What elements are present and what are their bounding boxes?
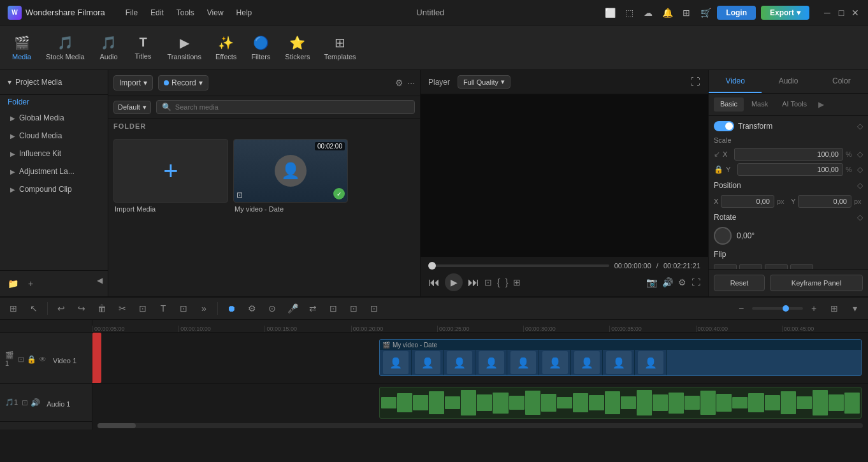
cloud-icon[interactable]: ☁ bbox=[642, 6, 655, 19]
tool-media[interactable]: 🎬 Media bbox=[5, 31, 38, 64]
progress-handle[interactable] bbox=[428, 262, 436, 270]
flip-v-button[interactable]: ⇕ bbox=[739, 264, 762, 269]
video-track[interactable]: 🎬 My video - Date 👤 👤 👤 👤 👤 👤 👤 👤 👤 bbox=[92, 333, 868, 384]
reset-button[interactable]: Reset bbox=[714, 275, 765, 291]
volume-button[interactable]: 🔊 bbox=[662, 277, 673, 287]
more-options-icon[interactable]: ··· bbox=[407, 78, 415, 88]
out-point-button[interactable]: } bbox=[505, 277, 509, 287]
tl-speed-button[interactable]: ⊡ bbox=[325, 300, 342, 317]
fullscreen-icon[interactable]: ⛶ bbox=[690, 76, 700, 88]
video-lock-icon[interactable]: 🔒 bbox=[27, 355, 36, 364]
video-media-item[interactable]: 👤 00:02:00 ✓ ⊡ My video - Date bbox=[233, 139, 348, 213]
folder-highlight[interactable]: Folder bbox=[0, 95, 108, 109]
tab-color[interactable]: Color bbox=[815, 70, 868, 93]
record-button[interactable]: Record ▾ bbox=[158, 75, 208, 90]
timeline-scroll-thumb[interactable] bbox=[98, 423, 136, 428]
tree-item-influence-kit[interactable]: ▶ Influence Kit bbox=[0, 145, 108, 162]
tool-transitions[interactable]: ▶ Transitions bbox=[161, 31, 208, 64]
tool-filters[interactable]: 🔵 Filters bbox=[244, 31, 277, 64]
zoom-in-button[interactable]: + bbox=[806, 300, 822, 317]
flip-extra1-button[interactable]: ↩ bbox=[765, 264, 788, 269]
transform-keyframe-icon[interactable]: ◇ bbox=[857, 122, 863, 131]
tool-effects[interactable]: ✨ Effects bbox=[209, 31, 243, 64]
search-input[interactable] bbox=[175, 103, 409, 111]
timeline-scrollbar[interactable] bbox=[98, 423, 863, 428]
tl-record-button[interactable]: ⏺ bbox=[223, 300, 240, 317]
audio-track[interactable] bbox=[92, 384, 868, 422]
tl-transition-button[interactable]: ⇄ bbox=[305, 300, 321, 317]
tab-video[interactable]: Video bbox=[709, 70, 762, 93]
tl-more-button[interactable]: » bbox=[196, 300, 212, 317]
skip-back-button[interactable]: ⏮ bbox=[428, 276, 440, 289]
loop-button[interactable]: ⊡ bbox=[484, 277, 492, 287]
apps-icon[interactable]: ⊞ bbox=[680, 6, 693, 19]
maximize-button[interactable]: □ bbox=[836, 8, 846, 18]
play-button[interactable]: ▶ bbox=[445, 273, 463, 291]
in-point-button[interactable]: { bbox=[497, 277, 500, 287]
tree-item-global-media[interactable]: ▶ Global Media bbox=[0, 109, 108, 127]
audio-clip-icon[interactable]: ⊡ bbox=[22, 398, 28, 407]
project-media-item[interactable]: ▾ Project Media bbox=[5, 75, 103, 89]
tl-voice-button[interactable]: 🎤 bbox=[284, 300, 301, 317]
scale-x-keyframe-icon[interactable]: ◇ bbox=[857, 150, 863, 159]
tl-text-button[interactable]: T bbox=[155, 300, 171, 317]
export-button[interactable]: Export ▾ bbox=[761, 6, 809, 20]
transform-toggle-switch[interactable] bbox=[714, 121, 734, 131]
pos-x-value[interactable]: 0,00 bbox=[721, 195, 774, 208]
sub-tabs-arrow[interactable]: ▶ bbox=[814, 97, 828, 112]
settings-button[interactable]: ⚙ bbox=[678, 277, 686, 287]
login-button[interactable]: Login bbox=[717, 6, 756, 20]
tl-grid-button[interactable]: ⊞ bbox=[826, 300, 843, 317]
sort-select[interactable]: Default ▾ bbox=[113, 101, 151, 114]
video-clip[interactable]: 🎬 My video - Date 👤 👤 👤 👤 👤 👤 👤 👤 👤 bbox=[379, 339, 862, 376]
tab-audio[interactable]: Audio bbox=[762, 70, 814, 93]
zoom-handle[interactable] bbox=[783, 305, 789, 312]
tl-delete-button[interactable]: 🗑 bbox=[94, 300, 110, 317]
tree-item-cloud-media[interactable]: ▶ Cloud Media bbox=[0, 127, 108, 145]
subtab-basic[interactable]: Basic bbox=[714, 97, 744, 112]
flip-extra2-button[interactable]: ↪ bbox=[790, 264, 813, 269]
subtab-ai-tools[interactable]: AI Tools bbox=[776, 97, 813, 112]
tl-select-button[interactable]: ↖ bbox=[25, 300, 42, 317]
menu-help[interactable]: Help bbox=[231, 6, 257, 20]
import-media-item[interactable]: + Import Media bbox=[113, 139, 228, 213]
tl-crop-button[interactable]: ⊡ bbox=[175, 300, 192, 317]
collapse-button[interactable]: ◀ bbox=[97, 276, 103, 291]
fullscreen-button[interactable]: ⛶ bbox=[691, 277, 700, 287]
tool-stock-media[interactable]: 🎵 Stock Media bbox=[40, 31, 91, 64]
menu-edit[interactable]: Edit bbox=[145, 6, 169, 20]
cart-icon[interactable]: 🛒 bbox=[699, 6, 712, 19]
add-folder-icon[interactable]: 📁 bbox=[5, 276, 20, 291]
import-thumb[interactable]: + bbox=[113, 139, 228, 203]
rotate-dial[interactable] bbox=[714, 227, 732, 245]
tool-titles[interactable]: T Titles bbox=[127, 31, 160, 64]
video-clip-icon[interactable]: ⊡ bbox=[18, 355, 24, 364]
window-icon-2[interactable]: ⬚ bbox=[623, 6, 635, 19]
flip-h-button[interactable]: ⇔ bbox=[714, 264, 737, 269]
tl-ai-button[interactable]: ⊡ bbox=[366, 300, 382, 317]
menu-tools[interactable]: Tools bbox=[171, 6, 199, 20]
add-icon[interactable]: + bbox=[23, 276, 38, 291]
progress-track[interactable] bbox=[428, 264, 609, 267]
scale-y-keyframe-icon[interactable]: ◇ bbox=[857, 165, 863, 174]
tool-stickers[interactable]: ⭐ Stickers bbox=[278, 31, 316, 64]
video-thumb[interactable]: 👤 00:02:00 ✓ ⊡ bbox=[233, 139, 348, 203]
menu-view[interactable]: View bbox=[202, 6, 229, 20]
tl-settings-button[interactable]: ⚙ bbox=[243, 300, 260, 317]
zoom-out-button[interactable]: − bbox=[733, 300, 749, 317]
scale-x-value[interactable]: 100,00 bbox=[734, 148, 843, 161]
tl-undo-button[interactable]: ↩ bbox=[53, 300, 69, 317]
scale-y-value[interactable]: 100,00 bbox=[737, 163, 843, 176]
tool-audio[interactable]: 🎵 Audio bbox=[92, 31, 126, 64]
import-button[interactable]: Import ▾ bbox=[113, 75, 153, 90]
tl-color-button[interactable]: ⊡ bbox=[345, 300, 362, 317]
window-icon-1[interactable]: ⬜ bbox=[604, 6, 616, 19]
tool-templates[interactable]: ⊞ Templates bbox=[317, 31, 362, 64]
audio-mute-icon[interactable]: 🔊 bbox=[31, 398, 40, 407]
bell-icon[interactable]: 🔔 bbox=[661, 6, 674, 19]
tl-grid-more-button[interactable]: ▾ bbox=[846, 300, 863, 317]
tl-redo-button[interactable]: ↪ bbox=[73, 300, 90, 317]
subtab-mask[interactable]: Mask bbox=[745, 97, 774, 112]
minimize-button[interactable]: ─ bbox=[822, 8, 832, 18]
add-to-timeline-button[interactable]: ⊞ bbox=[513, 277, 521, 287]
